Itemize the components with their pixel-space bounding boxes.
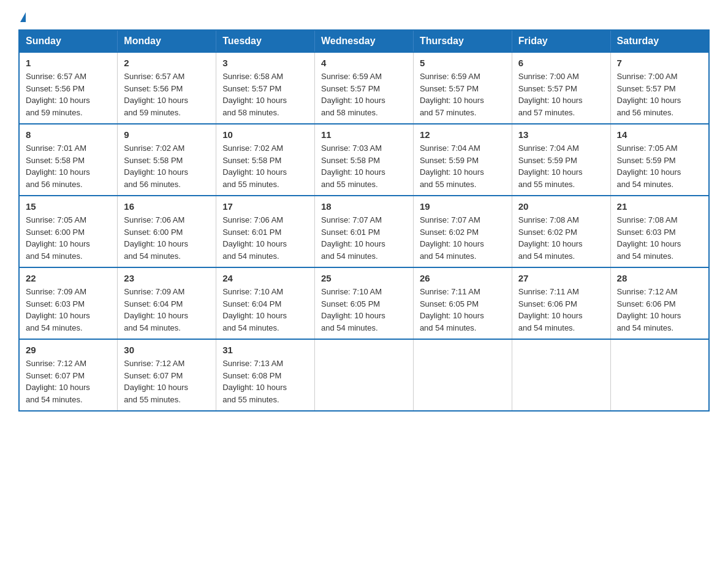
day-number: 8 — [26, 129, 111, 140]
calendar-cell: 24 Sunrise: 7:10 AM Sunset: 6:04 PM Dayl… — [216, 267, 315, 339]
day-info: Sunrise: 7:07 AM Sunset: 6:02 PM Dayligh… — [420, 214, 506, 262]
day-number: 15 — [26, 201, 111, 212]
calendar-cell: 4 Sunrise: 6:59 AM Sunset: 5:57 PM Dayli… — [315, 52, 414, 124]
calendar-cell: 27 Sunrise: 7:11 AM Sunset: 6:06 PM Dayl… — [512, 267, 610, 339]
calendar-table: SundayMondayTuesdayWednesdayThursdayFrid… — [18, 29, 710, 412]
calendar-header-row: SundayMondayTuesdayWednesdayThursdayFrid… — [19, 30, 709, 52]
calendar-cell: 2 Sunrise: 6:57 AM Sunset: 5:56 PM Dayli… — [118, 52, 216, 124]
day-number: 16 — [124, 201, 210, 212]
day-info: Sunrise: 7:13 AM Sunset: 6:08 PM Dayligh… — [222, 358, 308, 405]
day-info: Sunrise: 7:12 AM Sunset: 6:06 PM Dayligh… — [617, 286, 702, 334]
day-number: 17 — [222, 201, 308, 212]
day-info: Sunrise: 7:06 AM Sunset: 6:01 PM Dayligh… — [222, 214, 308, 262]
calendar-cell: 31 Sunrise: 7:13 AM Sunset: 6:08 PM Dayl… — [216, 339, 315, 411]
calendar-cell: 6 Sunrise: 7:00 AM Sunset: 5:57 PM Dayli… — [512, 52, 610, 124]
calendar-cell: 5 Sunrise: 6:59 AM Sunset: 5:57 PM Dayli… — [413, 52, 512, 124]
calendar-week-row: 29 Sunrise: 7:12 AM Sunset: 6:07 PM Dayl… — [19, 339, 709, 411]
day-info: Sunrise: 6:59 AM Sunset: 5:57 PM Dayligh… — [321, 71, 407, 118]
calendar-cell: 9 Sunrise: 7:02 AM Sunset: 5:58 PM Dayli… — [118, 124, 216, 196]
day-header-saturday: Saturday — [610, 30, 709, 52]
day-info: Sunrise: 6:57 AM Sunset: 5:56 PM Dayligh… — [26, 71, 111, 118]
calendar-cell — [315, 339, 414, 411]
page-header — [18, 12, 710, 21]
calendar-cell: 15 Sunrise: 7:05 AM Sunset: 6:00 PM Dayl… — [19, 196, 118, 267]
day-info: Sunrise: 7:12 AM Sunset: 6:07 PM Dayligh… — [26, 358, 111, 405]
day-info: Sunrise: 7:05 AM Sunset: 5:59 PM Dayligh… — [617, 142, 702, 190]
day-info: Sunrise: 7:08 AM Sunset: 6:02 PM Dayligh… — [518, 214, 604, 262]
day-info: Sunrise: 7:12 AM Sunset: 6:07 PM Dayligh… — [124, 358, 210, 405]
day-info: Sunrise: 7:05 AM Sunset: 6:00 PM Dayligh… — [26, 214, 111, 262]
calendar-cell: 19 Sunrise: 7:07 AM Sunset: 6:02 PM Dayl… — [413, 196, 512, 267]
day-info: Sunrise: 7:10 AM Sunset: 6:05 PM Dayligh… — [321, 286, 407, 334]
day-number: 18 — [321, 201, 407, 212]
day-info: Sunrise: 7:06 AM Sunset: 6:00 PM Dayligh… — [124, 214, 210, 262]
day-number: 27 — [518, 273, 604, 283]
day-number: 9 — [124, 129, 210, 140]
day-number: 20 — [518, 201, 604, 212]
day-header-thursday: Thursday — [413, 30, 512, 52]
calendar-cell — [512, 339, 610, 411]
calendar-cell: 20 Sunrise: 7:08 AM Sunset: 6:02 PM Dayl… — [512, 196, 610, 267]
day-header-friday: Friday — [512, 30, 610, 52]
calendar-cell: 12 Sunrise: 7:04 AM Sunset: 5:59 PM Dayl… — [413, 124, 512, 196]
day-info: Sunrise: 7:04 AM Sunset: 5:59 PM Dayligh… — [420, 142, 506, 190]
calendar-cell: 16 Sunrise: 7:06 AM Sunset: 6:00 PM Dayl… — [118, 196, 216, 267]
calendar-cell: 14 Sunrise: 7:05 AM Sunset: 5:59 PM Dayl… — [610, 124, 709, 196]
day-info: Sunrise: 7:00 AM Sunset: 5:57 PM Dayligh… — [617, 71, 702, 118]
day-info: Sunrise: 7:00 AM Sunset: 5:57 PM Dayligh… — [518, 71, 604, 118]
day-number: 5 — [420, 58, 506, 68]
calendar-cell — [610, 339, 709, 411]
day-info: Sunrise: 7:09 AM Sunset: 6:03 PM Dayligh… — [26, 286, 111, 334]
calendar-cell: 25 Sunrise: 7:10 AM Sunset: 6:05 PM Dayl… — [315, 267, 414, 339]
calendar-week-row: 8 Sunrise: 7:01 AM Sunset: 5:58 PM Dayli… — [19, 124, 709, 196]
day-info: Sunrise: 7:03 AM Sunset: 5:58 PM Dayligh… — [321, 142, 407, 190]
day-number: 4 — [321, 58, 407, 68]
day-header-wednesday: Wednesday — [315, 30, 414, 52]
day-number: 31 — [222, 345, 308, 355]
day-number: 7 — [617, 58, 702, 68]
day-number: 28 — [617, 273, 702, 283]
day-number: 29 — [26, 345, 111, 355]
calendar-cell: 26 Sunrise: 7:11 AM Sunset: 6:05 PM Dayl… — [413, 267, 512, 339]
day-info: Sunrise: 7:02 AM Sunset: 5:58 PM Dayligh… — [222, 142, 308, 190]
day-info: Sunrise: 7:04 AM Sunset: 5:59 PM Dayligh… — [518, 142, 604, 190]
day-number: 6 — [518, 58, 604, 68]
calendar-cell — [413, 339, 512, 411]
day-number: 13 — [518, 129, 604, 140]
logo — [18, 12, 26, 21]
calendar-cell: 22 Sunrise: 7:09 AM Sunset: 6:03 PM Dayl… — [19, 267, 118, 339]
calendar-cell: 8 Sunrise: 7:01 AM Sunset: 5:58 PM Dayli… — [19, 124, 118, 196]
logo-triangle-icon — [20, 12, 26, 22]
calendar-cell: 28 Sunrise: 7:12 AM Sunset: 6:06 PM Dayl… — [610, 267, 709, 339]
day-header-tuesday: Tuesday — [216, 30, 315, 52]
day-number: 22 — [26, 273, 111, 283]
calendar-cell: 17 Sunrise: 7:06 AM Sunset: 6:01 PM Dayl… — [216, 196, 315, 267]
day-header-sunday: Sunday — [19, 30, 118, 52]
day-number: 11 — [321, 129, 407, 140]
day-number: 19 — [420, 201, 506, 212]
day-number: 2 — [124, 58, 210, 68]
day-info: Sunrise: 7:11 AM Sunset: 6:05 PM Dayligh… — [420, 286, 506, 334]
day-number: 10 — [222, 129, 308, 140]
day-number: 1 — [26, 58, 111, 68]
day-info: Sunrise: 6:59 AM Sunset: 5:57 PM Dayligh… — [420, 71, 506, 118]
day-number: 14 — [617, 129, 702, 140]
calendar-cell: 13 Sunrise: 7:04 AM Sunset: 5:59 PM Dayl… — [512, 124, 610, 196]
day-number: 12 — [420, 129, 506, 140]
calendar-cell: 21 Sunrise: 7:08 AM Sunset: 6:03 PM Dayl… — [610, 196, 709, 267]
day-number: 3 — [222, 58, 308, 68]
day-info: Sunrise: 7:02 AM Sunset: 5:58 PM Dayligh… — [124, 142, 210, 190]
day-number: 26 — [420, 273, 506, 283]
day-info: Sunrise: 7:08 AM Sunset: 6:03 PM Dayligh… — [617, 214, 702, 262]
calendar-cell: 11 Sunrise: 7:03 AM Sunset: 5:58 PM Dayl… — [315, 124, 414, 196]
day-info: Sunrise: 6:57 AM Sunset: 5:56 PM Dayligh… — [124, 71, 210, 118]
day-number: 25 — [321, 273, 407, 283]
day-info: Sunrise: 7:07 AM Sunset: 6:01 PM Dayligh… — [321, 214, 407, 262]
calendar-cell: 10 Sunrise: 7:02 AM Sunset: 5:58 PM Dayl… — [216, 124, 315, 196]
calendar-cell: 23 Sunrise: 7:09 AM Sunset: 6:04 PM Dayl… — [118, 267, 216, 339]
calendar-cell: 30 Sunrise: 7:12 AM Sunset: 6:07 PM Dayl… — [118, 339, 216, 411]
day-info: Sunrise: 6:58 AM Sunset: 5:57 PM Dayligh… — [222, 71, 308, 118]
day-info: Sunrise: 7:09 AM Sunset: 6:04 PM Dayligh… — [124, 286, 210, 334]
calendar-cell: 29 Sunrise: 7:12 AM Sunset: 6:07 PM Dayl… — [19, 339, 118, 411]
day-number: 30 — [124, 345, 210, 355]
